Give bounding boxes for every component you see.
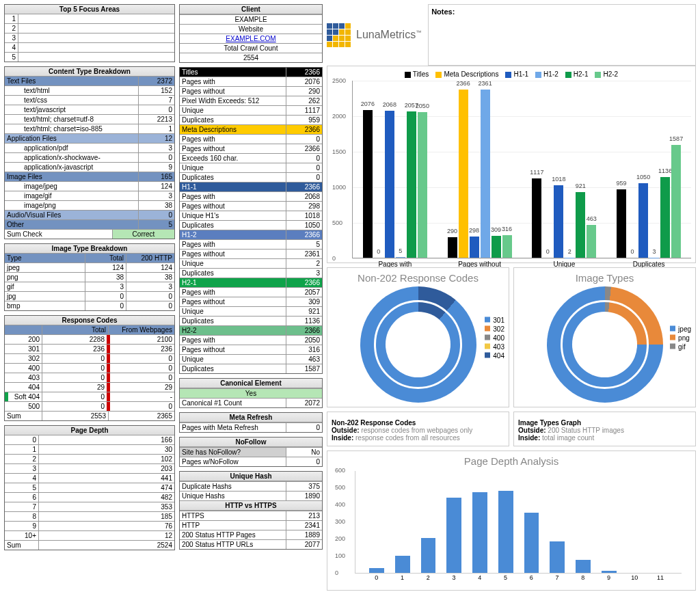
section-row: Pages without: [180, 345, 286, 354]
u200-label: 200 Status HTTP URLs: [180, 540, 286, 549]
content-subheader-val: 12: [139, 134, 174, 143]
client-crawl-value: 2554: [180, 53, 322, 62]
legend-item: H2-2: [595, 70, 618, 78]
section-row: Pages without: [180, 297, 286, 306]
legend-item: Titles: [405, 70, 429, 78]
canonical-value: 2072: [286, 399, 322, 407]
legend-item: gif: [670, 342, 691, 350]
depth-bar: 3: [446, 498, 461, 573]
https-value: 213: [286, 511, 322, 520]
content-item: text/html; charset=iso-885: [5, 124, 139, 133]
focus-row-cell[interactable]: [18, 43, 174, 52]
content-item-val: 38: [139, 201, 174, 210]
col-left: Top 5 Focus Areas 12345 Content Type Bre…: [4, 4, 175, 592]
depth-bar: 4: [472, 492, 487, 574]
bar: 1117: [532, 178, 541, 258]
bar: 298: [470, 237, 479, 258]
hash-header: Unique Hash: [180, 472, 322, 481]
focus-row-cell[interactable]: [18, 33, 174, 42]
depth-header: Page Depth: [5, 426, 174, 435]
logo-text: LunaMetrics: [356, 29, 416, 40]
depth-level: 1: [5, 445, 39, 454]
bar: 959: [617, 189, 626, 258]
imgtype-row: jpeg: [5, 263, 85, 272]
legend-item: Meta Descriptions: [435, 70, 498, 78]
legend-item: png: [670, 334, 691, 341]
donut-img-panel: Image Types jpegpnggif: [513, 267, 696, 407]
nofollow-block: NoFollow Site has NoFollow?No Pages w/No…: [179, 437, 323, 467]
client-website-link[interactable]: EXAMPLE.COM: [180, 34, 322, 43]
focus-row-cell[interactable]: [18, 24, 174, 33]
bar: 1587: [671, 145, 681, 258]
client-header: Client: [180, 5, 322, 14]
content-item: application/x-shockwave-: [5, 153, 139, 162]
bar: 2366: [459, 90, 468, 258]
depth-level: 4: [5, 474, 39, 483]
donut-resp-caption: Non-202 Response Codes Outside: response…: [327, 412, 509, 446]
resp-code: 403: [5, 373, 42, 382]
section-row: Unique: [180, 163, 286, 172]
resp-code: 302: [5, 354, 42, 363]
donut-resp-panel: Non-202 Response Codes 301302400403404: [327, 267, 509, 407]
metarefresh-header: Meta Refresh: [180, 413, 322, 422]
content-subheader: Audio/Visual Files: [5, 211, 139, 219]
depth-level: 3: [5, 464, 39, 473]
section-title: H1-1: [180, 183, 286, 191]
metarefresh-value: 0: [286, 423, 322, 432]
client-crawl-label: Total Crawl Count: [180, 44, 322, 53]
nofollow-pages-label: Pages w/NoFollow: [180, 457, 286, 466]
hash-dup-value: 375: [286, 482, 322, 491]
content-header: Content Type Breakdown: [5, 67, 174, 77]
content-subheader: Application Files: [5, 134, 139, 143]
content-item: text/javascript: [5, 105, 139, 114]
canonical-yes: Yes: [180, 389, 322, 398]
hash-block: Unique Hash Duplicate Hashs375 Unique Ha…: [179, 471, 323, 550]
section-title: Titles: [180, 68, 286, 77]
legend-item: H1-2: [535, 70, 558, 78]
section-title: H1-2: [180, 230, 286, 239]
https-label: HTTPS: [180, 511, 286, 520]
section-title: H2-1: [180, 278, 286, 287]
metarefresh-label: Pages with Meta Refresh: [180, 423, 286, 432]
content-subheader-val: 2372: [139, 77, 174, 85]
p200-value: 1889: [286, 530, 322, 539]
nofollow-header: NoFollow: [180, 438, 322, 447]
section-row: Pages without: [180, 144, 286, 153]
depth-bar: 8: [576, 560, 591, 573]
focus-row-num: 4: [5, 43, 18, 52]
resp-code: 301: [5, 345, 42, 353]
content-item-val: 0: [139, 105, 174, 114]
donut-img-title: Image Types: [518, 272, 691, 284]
content-item-val: 2213: [139, 115, 174, 124]
depth-bar: 0: [369, 568, 384, 574]
canonical-block: Canonical Element Yes Canonical #1 Count…: [179, 378, 323, 408]
focus-row-cell[interactable]: [18, 53, 174, 62]
depth-chart: 010020030040050060001234567891011: [355, 471, 682, 574]
canonical-label: Canonical #1 Count: [180, 399, 286, 407]
bar-group: 29023662982361309316Pages without: [438, 81, 522, 258]
section-row: Unique: [180, 259, 286, 268]
content-item: image/jpeg: [5, 182, 139, 191]
resp-code: 404: [5, 383, 42, 392]
depth-level: 10+: [5, 531, 39, 540]
depth-level: 8: [5, 512, 39, 521]
section-row: Exceeds 160 char.: [180, 154, 286, 163]
imgtype-row: gif: [5, 282, 85, 291]
content-item-val: 1: [139, 124, 174, 133]
section-row: Duplicates: [180, 221, 286, 230]
notes-box[interactable]: Notes:: [428, 4, 696, 66]
client-website-label: Website: [180, 25, 322, 33]
donut-resp-title: Non-202 Response Codes: [332, 272, 504, 284]
depth-bar: 7: [550, 541, 565, 573]
hash-dup-label: Duplicate Hashs: [180, 482, 286, 491]
section-row: Pixel Width Exceeds: 512: [180, 96, 286, 105]
imgtype-header: Image Type Breakdown: [5, 244, 174, 254]
http-value: 2341: [286, 521, 322, 530]
imgtype-row: bmp: [5, 301, 85, 310]
focus-row-cell[interactable]: [18, 14, 174, 23]
bar: 290: [448, 237, 457, 258]
section-row: Duplicates: [180, 269, 286, 278]
legend-item: jpeg: [670, 325, 691, 332]
section-row: Pages with: [180, 336, 286, 345]
content-item: application/pdf: [5, 144, 139, 152]
